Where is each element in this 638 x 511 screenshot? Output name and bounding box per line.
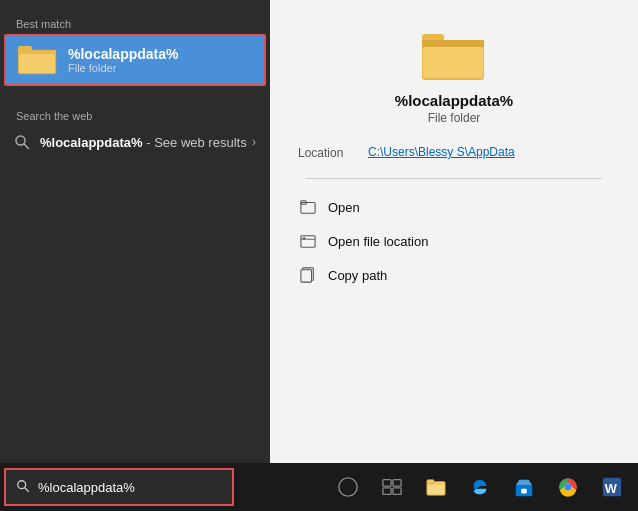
- open-file-location-label: Open file location: [328, 234, 428, 249]
- word-icon[interactable]: W: [592, 467, 632, 507]
- svg-text:W: W: [605, 481, 618, 496]
- detail-folder-icon: [422, 30, 486, 82]
- svg-rect-10: [422, 40, 484, 47]
- right-panel: %localappdata% File folder Location C:\U…: [270, 0, 638, 463]
- svg-rect-22: [393, 480, 401, 486]
- svg-rect-21: [383, 480, 391, 486]
- svg-point-31: [564, 483, 571, 490]
- store-icon[interactable]: [504, 467, 544, 507]
- search-bar-text: %localappdata%: [38, 480, 135, 495]
- edge-icon[interactable]: [460, 467, 500, 507]
- detail-type: File folder: [428, 111, 481, 125]
- detail-name: %localappdata%: [395, 92, 513, 109]
- start-menu: Best match %localappdata% File fold: [0, 0, 638, 463]
- copy-path-label: Copy path: [328, 268, 387, 283]
- search-icon-web: [14, 134, 30, 150]
- detail-actions: Open Open file location: [290, 193, 618, 289]
- item-type: File folder: [68, 62, 178, 74]
- taskbar: %localappdata%: [0, 463, 638, 511]
- svg-rect-13: [301, 236, 315, 248]
- open-action[interactable]: Open: [298, 193, 610, 221]
- search-bar-icon: [16, 479, 30, 496]
- open-icon: [298, 197, 318, 217]
- svg-rect-27: [428, 485, 445, 494]
- location-path[interactable]: C:\Users\Blessy S\AppData: [368, 145, 515, 159]
- search-web-label: Search the web: [0, 100, 270, 126]
- folder-icon-large: [18, 44, 58, 76]
- copy-path-action[interactable]: Copy path: [298, 261, 610, 289]
- location-label: Location: [298, 146, 368, 160]
- best-match-label: Best match: [0, 10, 270, 34]
- svg-rect-24: [393, 488, 401, 494]
- svg-point-20: [339, 478, 357, 496]
- svg-rect-23: [383, 488, 391, 494]
- svg-rect-15: [303, 237, 306, 239]
- chevron-right-icon: ›: [252, 135, 256, 149]
- file-location-icon: [298, 231, 318, 251]
- web-result-text: %localappdata% - See web results: [40, 135, 247, 150]
- location-row: Location C:\Users\Blessy S\AppData: [290, 145, 618, 160]
- open-file-location-action[interactable]: Open file location: [298, 227, 610, 255]
- best-match-item[interactable]: %localappdata% File folder: [4, 34, 266, 86]
- item-name: %localappdata%: [68, 46, 178, 62]
- task-view-icon[interactable]: [372, 467, 412, 507]
- open-label: Open: [328, 200, 360, 215]
- svg-rect-9: [423, 47, 483, 78]
- divider: [306, 178, 602, 179]
- svg-line-19: [25, 487, 29, 491]
- search-bar[interactable]: %localappdata%: [4, 468, 234, 506]
- svg-line-6: [24, 144, 29, 149]
- svg-rect-17: [301, 270, 312, 282]
- chrome-icon[interactable]: [548, 467, 588, 507]
- copy-path-icon: [298, 265, 318, 285]
- web-result-item[interactable]: %localappdata% - See web results ›: [0, 126, 270, 158]
- svg-rect-26: [427, 480, 434, 484]
- best-match-text: %localappdata% File folder: [68, 46, 178, 74]
- svg-rect-3: [19, 54, 55, 73]
- svg-rect-29: [521, 489, 527, 494]
- file-explorer-icon[interactable]: [416, 467, 456, 507]
- left-panel: Best match %localappdata% File fold: [0, 0, 270, 463]
- svg-rect-4: [18, 50, 56, 54]
- cortana-icon[interactable]: [328, 467, 368, 507]
- taskbar-icons: W: [328, 467, 638, 507]
